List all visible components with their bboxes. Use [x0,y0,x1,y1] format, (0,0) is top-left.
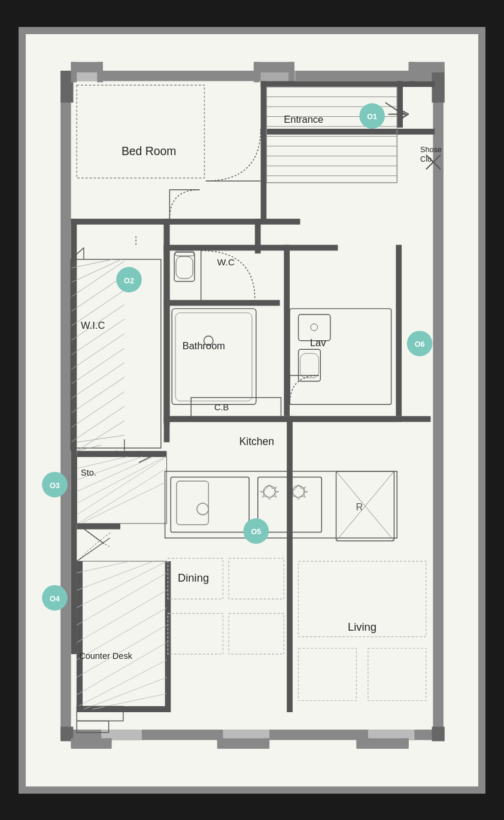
svg-rect-51 [261,81,267,220]
svg-text:O2: O2 [124,276,134,285]
svg-rect-4 [433,71,443,740]
svg-rect-153 [287,416,293,712]
svg-rect-41 [71,219,77,654]
svg-text:Bathroom: Bathroom [183,340,225,351]
floor-plan: Bed Room Entrance Shose Clo. W.I.C W.C B… [19,27,485,794]
svg-rect-31 [403,738,409,747]
svg-rect-0 [26,38,478,782]
svg-rect-52 [261,81,400,87]
svg-rect-14 [432,727,444,741]
svg-rect-155 [164,219,170,425]
svg-text:C.B: C.B [214,403,229,412]
svg-rect-24 [71,738,77,747]
svg-rect-28 [263,738,269,747]
svg-text:O3: O3 [50,481,60,489]
svg-rect-25 [106,738,112,747]
svg-rect-37 [396,244,402,416]
svg-rect-16 [71,62,77,82]
svg-rect-39 [284,244,290,416]
svg-text:Shose: Shose [420,145,442,153]
svg-text:W.I.C: W.I.C [81,320,105,331]
svg-rect-20 [289,62,294,82]
svg-rect-49 [397,128,435,134]
svg-text:O5: O5 [251,528,261,536]
svg-rect-44 [77,561,83,706]
svg-text:Clo.: Clo. [420,155,433,164]
svg-text:Living: Living [348,621,377,633]
svg-rect-1 [60,71,444,81]
svg-text:Kitchen: Kitchen [239,435,274,447]
svg-text:Entrance: Entrance [284,114,323,125]
svg-rect-22 [409,62,415,82]
svg-text:O6: O6 [415,340,425,349]
svg-rect-29 [356,738,408,748]
svg-rect-3 [60,71,71,740]
svg-rect-18 [254,62,294,72]
svg-text:Dining: Dining [178,571,209,583]
svg-text:W.C: W.C [217,256,235,267]
svg-rect-30 [356,738,362,747]
svg-rect-35 [164,244,338,250]
svg-text:R: R [356,501,363,512]
svg-rect-154 [164,416,431,422]
svg-text:Lav: Lav [310,337,326,348]
svg-rect-47 [397,81,403,128]
svg-rect-19 [254,62,260,82]
svg-rect-27 [217,738,223,747]
svg-rect-48 [397,81,435,87]
svg-text:Counter Desk: Counter Desk [79,650,132,660]
svg-text:O1: O1 [367,113,377,121]
svg-text:Sto.: Sto. [81,467,96,477]
svg-text:Bed Room: Bed Room [122,144,177,157]
svg-rect-38 [164,299,280,305]
svg-text:O4: O4 [50,594,60,603]
svg-rect-50 [261,128,400,134]
svg-rect-23 [71,738,112,748]
svg-rect-26 [217,738,269,748]
svg-rect-17 [97,62,103,82]
